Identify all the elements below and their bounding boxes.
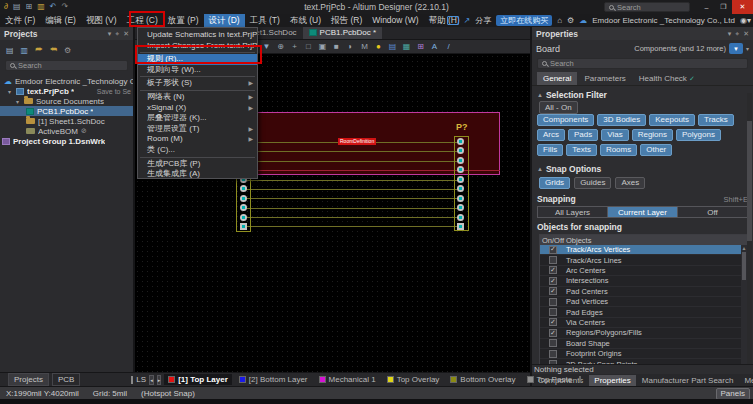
filter-funnel-button[interactable]: ▼ <box>729 43 743 54</box>
table-row[interactable]: ✓Track/Arcs Vertices <box>540 245 747 255</box>
checkbox[interactable]: ✓ <box>549 277 557 285</box>
tab-properties[interactable]: Properties <box>589 375 635 386</box>
chip-fills[interactable]: Fills <box>537 144 563 156</box>
chip-regions[interactable]: Regions <box>632 129 673 141</box>
checkbox[interactable]: ✓ <box>549 329 557 337</box>
share-button[interactable]: 分享 <box>475 15 491 26</box>
via-icon[interactable]: ● <box>374 42 383 51</box>
projects-search-input[interactable]: Search <box>5 60 128 71</box>
pad[interactable] <box>240 185 247 192</box>
menu-item-import-changes[interactable]: Import Changes From text.PrjPcb <box>138 41 257 52</box>
mode-off[interactable]: Off <box>678 207 747 217</box>
checkbox[interactable] <box>549 298 557 306</box>
pad[interactable] <box>457 176 464 183</box>
menu-project[interactable]: 工程 (C) <box>122 14 163 27</box>
menu-tools[interactable]: 工具 (T) <box>245 14 285 27</box>
minimize-button[interactable]: – <box>698 0 715 14</box>
tab-messages[interactable]: Messages <box>739 375 753 386</box>
trace[interactable] <box>243 217 462 218</box>
component-designator[interactable]: P? <box>456 122 468 132</box>
chip-other[interactable]: Other <box>640 144 672 156</box>
tree-item-company[interactable]: ☁ Emdoor Electronic _Technology Co., Ltd <box>0 76 133 86</box>
checkbox[interactable]: ✓ <box>549 266 557 274</box>
trace[interactable] <box>243 226 462 227</box>
checkbox[interactable]: ✓ <box>549 318 557 326</box>
menu-item-classes[interactable]: 类 (C)... <box>138 145 257 156</box>
tree-item-sch-doc[interactable]: [1] Sheet1.SchDoc <box>0 116 133 126</box>
menu-design[interactable]: 设计 (D) <box>204 14 245 27</box>
chip-vias[interactable]: Vias <box>601 129 628 141</box>
line-icon[interactable]: / <box>444 42 453 51</box>
pad-pin1[interactable] <box>457 223 464 230</box>
menu-item-rules[interactable]: 规则 (R)... <box>138 54 257 65</box>
undo-icon[interactable]: ↶ <box>50 0 57 14</box>
close-icon[interactable]: ✕ <box>123 30 129 38</box>
copy-icon[interactable]: ⊞ <box>26 0 33 14</box>
pad-icon[interactable]: ▣ <box>318 42 327 51</box>
table-row[interactable]: Board Shape <box>540 339 747 349</box>
checkbox[interactable] <box>549 256 557 264</box>
scroll-up-icon[interactable]: ▲ <box>742 245 747 251</box>
properties-search-input[interactable]: Search <box>537 58 748 69</box>
tree-item-project-group[interactable]: Project Group 1.DsnWrk <box>0 136 133 146</box>
menu-edit[interactable]: 编辑 (E) <box>40 14 81 27</box>
pin-icon[interactable]: ⌖ <box>115 30 119 38</box>
chip-keepouts[interactable]: Keepouts <box>649 114 695 126</box>
panel-dropdown-icon[interactable]: ▾ <box>728 30 732 38</box>
dock-tab-pcb[interactable]: PCB <box>52 373 80 386</box>
collapse-icon[interactable]: ▲ <box>537 92 543 98</box>
menu-item-layer-stack-manager[interactable]: 层叠管理器 (K)... <box>138 113 257 124</box>
trace[interactable] <box>243 189 462 190</box>
arc-icon[interactable]: ◗ <box>346 42 355 51</box>
refresh-project-icon[interactable]: ⮪ <box>50 45 57 55</box>
pad[interactable] <box>457 204 464 211</box>
crosshair-icon[interactable]: ⊕ <box>276 42 285 51</box>
table-row[interactable]: ✓Intersections <box>540 276 747 286</box>
tab-parameters[interactable]: Parameters <box>578 72 631 85</box>
settings-icon[interactable]: ⚙ <box>64 46 71 55</box>
table-row[interactable]: Footprint Origins <box>540 349 747 359</box>
table-row[interactable]: Pad Vertices <box>540 297 747 307</box>
chip-tracks[interactable]: Tracks <box>698 114 734 126</box>
tab-pcb1-pcbdoc[interactable]: PCB1.PcbDoc * <box>303 26 382 39</box>
tree-item-pcb-doc[interactable]: PCB1.PcbDoc * <box>0 106 133 116</box>
current-layer-swatch[interactable] <box>131 376 133 384</box>
table-row[interactable]: ✓Arc Centers <box>540 266 747 276</box>
global-search-input[interactable]: Search <box>604 2 690 12</box>
checkbox[interactable] <box>549 308 557 316</box>
menu-item-rule-wizard[interactable]: 规则向导 (W)... <box>138 65 257 76</box>
redo-icon[interactable]: ↷ <box>61 0 68 14</box>
chip-rooms[interactable]: Rooms <box>600 144 637 156</box>
trace[interactable] <box>243 161 462 162</box>
rectangle-icon[interactable]: □ <box>304 42 313 51</box>
trace[interactable] <box>243 151 462 152</box>
layer-color-swatch[interactable] <box>579 376 581 383</box>
pad[interactable] <box>240 214 247 221</box>
dock-tab-projects[interactable]: Projects <box>8 373 49 386</box>
tab-manufacturer-part-search[interactable]: Manufacturer Part Search <box>637 375 739 386</box>
menu-item-xsignal[interactable]: xSignal (X)▶ <box>138 103 257 114</box>
checkbox[interactable]: ✓ <box>549 287 557 295</box>
pad[interactable] <box>240 195 247 202</box>
next-layer-button[interactable]: ▸ <box>157 375 162 385</box>
menu-reports[interactable]: 报告 (R) <box>326 14 367 27</box>
compile-icon[interactable]: ▥ <box>21 46 29 55</box>
menu-item-room[interactable]: Room (M)▶ <box>138 134 257 145</box>
menu-item-board-shape[interactable]: 板子形状 (S)▶ <box>138 78 257 89</box>
checkbox[interactable] <box>549 339 557 347</box>
open-project-icon[interactable]: ⮫ <box>35 45 42 55</box>
all-on-button[interactable]: All - On <box>539 101 578 114</box>
mode-all-layers[interactable]: All Layers <box>538 207 608 217</box>
menu-view[interactable]: 视图 (V) <box>81 14 122 27</box>
layer-bottom-overlay[interactable]: Bottom Overlay <box>446 374 519 385</box>
pad[interactable] <box>457 214 464 221</box>
chip-3d-bodies[interactable]: 3D Bodies <box>597 114 646 126</box>
trace[interactable] <box>243 208 462 209</box>
menu-place[interactable]: 放置 (P) <box>163 14 204 27</box>
menu-item-netlist[interactable]: 网络表 (N)▶ <box>138 92 257 103</box>
open-icon[interactable]: ▥ <box>37 0 45 14</box>
tree-item-source-documents[interactable]: ▾ Source Documents <box>0 96 133 106</box>
menu-item-manage-layer-sets[interactable]: 管理层设置 (T)▶ <box>138 124 257 135</box>
guides-button[interactable]: Guides <box>574 177 611 189</box>
tab-general[interactable]: General <box>537 72 577 85</box>
